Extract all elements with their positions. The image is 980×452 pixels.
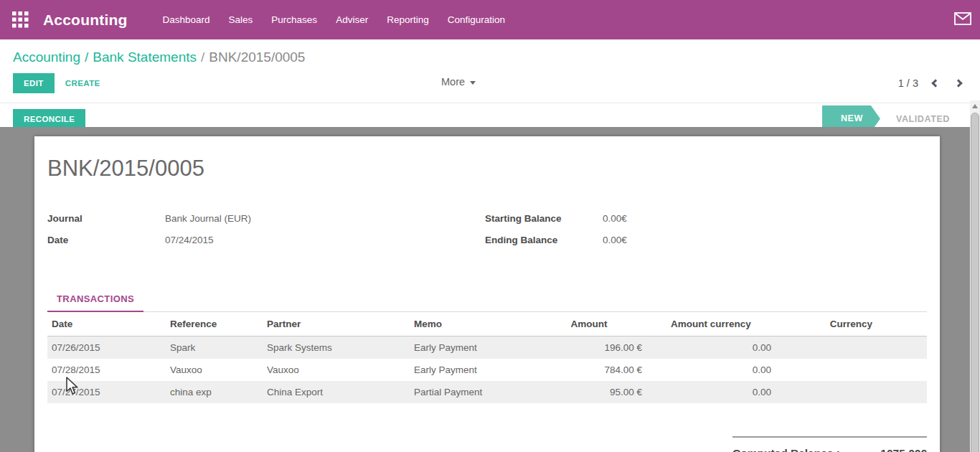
date-label: Date bbox=[47, 235, 165, 245]
cell-memo: Early Payment bbox=[410, 359, 532, 381]
scrollbar-thumb[interactable] bbox=[971, 113, 979, 452]
breadcrumb-separator: / bbox=[80, 50, 93, 65]
more-dropdown[interactable]: More bbox=[441, 76, 476, 88]
column-header-amount-currency[interactable]: Amount currency bbox=[646, 312, 776, 336]
ending-balance-value: 0.00€ bbox=[603, 235, 627, 245]
table-header-row: DateReferencePartnerMemoAmountAmount cur… bbox=[47, 312, 927, 336]
pager-next-button[interactable] bbox=[954, 79, 962, 87]
app-title: Accounting bbox=[43, 11, 128, 29]
breadcrumb-separator: / bbox=[197, 50, 209, 65]
messages-envelope-icon[interactable] bbox=[954, 12, 971, 28]
cell-memo: Partial Payment bbox=[410, 381, 532, 403]
breadcrumb: Accounting/Bank Statements/BNK/2015/0005 bbox=[0, 39, 980, 65]
ending-balance-label: Ending Balance bbox=[485, 235, 603, 245]
cell-date: 07/27/2015 bbox=[47, 381, 166, 403]
nav-item-reporting[interactable]: Reporting bbox=[377, 14, 438, 25]
column-header-date[interactable]: Date bbox=[47, 312, 166, 336]
cell-partner: Spark Systems bbox=[263, 336, 410, 359]
cell-currency bbox=[776, 336, 927, 359]
cell-reference: Vauxoo bbox=[166, 359, 263, 381]
pager-previous-button[interactable] bbox=[931, 79, 939, 87]
cell-amount-currency: 0.00 bbox=[646, 381, 776, 403]
nav-item-adviser[interactable]: Adviser bbox=[326, 14, 377, 25]
navbar-menu: DashboardSalesPurchasesAdviserReportingC… bbox=[154, 14, 515, 25]
cell-amount: 196.00 € bbox=[532, 336, 646, 359]
breadcrumb-item-2: BNK/2015/0005 bbox=[209, 50, 305, 65]
cell-amount-currency: 0.00 bbox=[646, 336, 776, 359]
table-body: 07/26/2015SparkSpark SystemsEarly Paymen… bbox=[47, 336, 927, 404]
cell-amount: 95.00 € bbox=[532, 381, 646, 403]
column-header-partner[interactable]: Partner bbox=[263, 312, 410, 336]
cell-reference: china exp bbox=[166, 381, 263, 403]
nav-item-sales[interactable]: Sales bbox=[220, 14, 263, 25]
cell-currency bbox=[776, 381, 927, 403]
vertical-scrollbar bbox=[970, 100, 980, 452]
cell-amount-currency: 0.00 bbox=[646, 359, 776, 381]
table-row[interactable]: 07/26/2015SparkSpark SystemsEarly Paymen… bbox=[47, 336, 927, 359]
cell-memo: Early Payment bbox=[410, 336, 532, 359]
column-header-currency[interactable]: Currency bbox=[776, 312, 927, 336]
nav-item-purchases[interactable]: Purchases bbox=[262, 14, 326, 25]
scrollbar-up-arrow-icon[interactable] bbox=[972, 104, 978, 108]
computed-balance: Computed Balance : 1075.00€ bbox=[732, 436, 927, 452]
status-step-validated[interactable]: VALIDATED bbox=[880, 114, 961, 124]
record-title: BNK/2015/0005 bbox=[47, 156, 927, 182]
nav-item-dashboard[interactable]: Dashboard bbox=[154, 14, 220, 25]
breadcrumb-item-1[interactable]: Bank Statements bbox=[93, 50, 197, 65]
form-view-background: BNK/2015/0005 Journal Bank Journal (EUR)… bbox=[0, 127, 980, 452]
computed-balance-label: Computed Balance : bbox=[732, 447, 840, 452]
tab-transactions[interactable]: TRANSACTIONS bbox=[47, 293, 143, 312]
table-row[interactable]: 07/28/2015VauxooVauxooEarly Payment784.0… bbox=[47, 359, 927, 381]
cell-amount: 784.00 € bbox=[532, 359, 646, 381]
journal-value: Bank Journal (EUR) bbox=[165, 213, 251, 224]
breadcrumb-item-0[interactable]: Accounting bbox=[13, 50, 80, 65]
starting-balance-label: Starting Balance bbox=[485, 213, 603, 224]
cell-partner: China Export bbox=[263, 381, 410, 403]
top-navbar: Accounting DashboardSalesPurchasesAdvise… bbox=[0, 0, 980, 39]
create-button[interactable]: CREATE bbox=[55, 73, 111, 93]
cell-date: 07/28/2015 bbox=[47, 359, 166, 381]
edit-button[interactable]: EDIT bbox=[13, 73, 55, 93]
nav-item-configuration[interactable]: Configuration bbox=[438, 14, 514, 25]
caret-down-icon bbox=[470, 81, 476, 85]
form-sheet: BNK/2015/0005 Journal Bank Journal (EUR)… bbox=[34, 136, 940, 452]
journal-label: Journal bbox=[47, 213, 165, 224]
more-label: More bbox=[441, 76, 465, 88]
pager: 1 / 3 bbox=[898, 77, 961, 89]
cell-date: 07/26/2015 bbox=[47, 336, 166, 359]
toolbar: EDIT CREATE More 1 / 3 bbox=[0, 65, 980, 103]
reconcile-button[interactable]: RECONCILE bbox=[13, 109, 85, 129]
notebook: TRANSACTIONS DateReferencePartnerMemoAmo… bbox=[47, 292, 927, 452]
column-header-reference[interactable]: Reference bbox=[166, 312, 263, 336]
starting-balance-value: 0.00€ bbox=[603, 213, 627, 224]
pager-count: 1 / 3 bbox=[898, 77, 918, 89]
date-value: 07/24/2015 bbox=[165, 235, 214, 245]
computed-balance-value: 1075.00€ bbox=[880, 447, 927, 452]
column-header-amount[interactable]: Amount bbox=[532, 312, 646, 336]
cell-currency bbox=[776, 359, 927, 381]
apps-grid-icon[interactable] bbox=[12, 11, 29, 28]
fields-section: Journal Bank Journal (EUR) Date 07/24/20… bbox=[47, 213, 927, 256]
table-row[interactable]: 07/27/2015china expChina ExportPartial P… bbox=[47, 381, 927, 403]
cell-reference: Spark bbox=[166, 336, 263, 359]
column-header-memo[interactable]: Memo bbox=[410, 312, 532, 336]
transactions-table: DateReferencePartnerMemoAmountAmount cur… bbox=[47, 312, 927, 403]
cell-partner: Vauxoo bbox=[263, 359, 410, 381]
